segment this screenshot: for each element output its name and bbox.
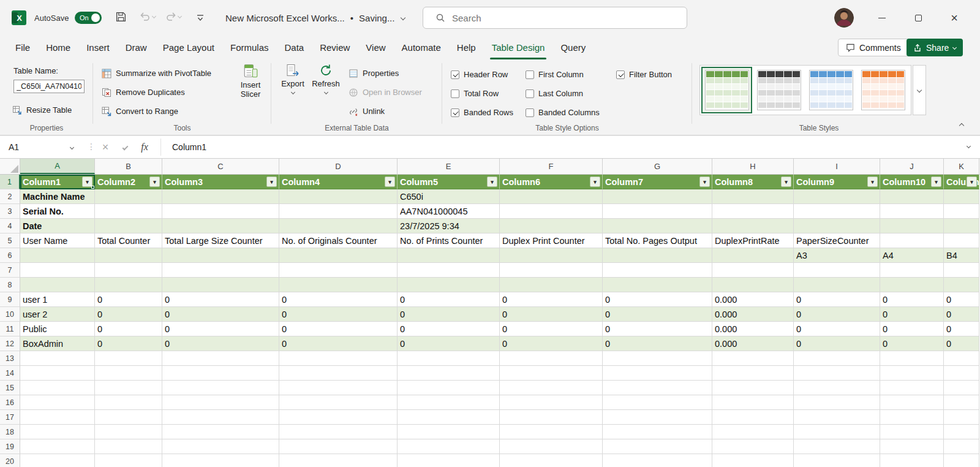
filter-button[interactable]: ▾ xyxy=(967,177,977,187)
resize-table-button[interactable]: Resize Table xyxy=(9,102,75,118)
header-cell-J1[interactable]: Column10▾ xyxy=(880,175,944,189)
save-button[interactable] xyxy=(115,11,127,23)
table-style-green[interactable] xyxy=(701,67,752,113)
cell-A2[interactable]: Machine Name xyxy=(20,189,95,204)
cell-K20[interactable] xyxy=(944,454,979,467)
cell-E12[interactable]: 0 xyxy=(398,336,500,351)
cell-A7[interactable] xyxy=(20,263,95,278)
cell-K17[interactable] xyxy=(944,410,979,425)
cell-J18[interactable] xyxy=(880,425,944,439)
cell-B4[interactable] xyxy=(95,219,162,234)
cell-A18[interactable] xyxy=(20,425,95,439)
cell-K3[interactable] xyxy=(944,204,979,219)
minimize-button[interactable] xyxy=(868,0,896,36)
cell-F17[interactable] xyxy=(500,410,603,425)
header-cell-I1[interactable]: Column9▾ xyxy=(794,175,880,189)
cell-C9[interactable]: 0 xyxy=(162,292,279,307)
cell-C2[interactable] xyxy=(162,189,279,204)
cell-B20[interactable] xyxy=(95,454,162,467)
cell-I17[interactable] xyxy=(794,410,880,425)
tab-view[interactable]: View xyxy=(358,36,393,59)
cell-D6[interactable] xyxy=(279,248,398,263)
column-header-B[interactable]: B xyxy=(95,159,162,174)
cell-G16[interactable] xyxy=(603,395,712,410)
cell-J6[interactable]: A4 xyxy=(880,248,944,263)
cell-A6[interactable] xyxy=(20,248,95,263)
cell-F14[interactable] xyxy=(500,366,603,381)
row-header-11[interactable]: 11 xyxy=(0,322,20,336)
cell-K9[interactable]: 0 xyxy=(944,292,979,307)
cell-K12[interactable]: 0 xyxy=(944,336,979,351)
filter-button[interactable]: ▾ xyxy=(781,177,791,187)
column-header-C[interactable]: C xyxy=(162,159,279,174)
header-cell-D1[interactable]: Column4▾ xyxy=(279,175,398,189)
cell-C4[interactable] xyxy=(162,219,279,234)
cell-H18[interactable] xyxy=(712,425,794,439)
cell-B3[interactable] xyxy=(95,204,162,219)
row-header-8[interactable]: 8 xyxy=(0,278,20,292)
cell-A14[interactable] xyxy=(20,366,95,381)
cell-B13[interactable] xyxy=(95,351,162,366)
cell-C19[interactable] xyxy=(162,439,279,454)
cell-H13[interactable] xyxy=(712,351,794,366)
cell-F19[interactable] xyxy=(500,439,603,454)
checkbox-filter-button[interactable]: Filter Button xyxy=(616,70,690,79)
row-header-13[interactable]: 13 xyxy=(0,351,20,366)
filter-button[interactable]: ▾ xyxy=(699,177,710,187)
cell-I7[interactable] xyxy=(794,263,880,278)
table-style-blue[interactable] xyxy=(805,67,856,113)
cell-C14[interactable] xyxy=(162,366,279,381)
cell-D16[interactable] xyxy=(279,395,398,410)
expand-formula-bar-icon[interactable] xyxy=(967,144,971,148)
document-title[interactable]: New Microsoft Excel Works... xyxy=(225,13,345,23)
tab-page-layout[interactable]: Page Layout xyxy=(155,36,222,59)
cell-J16[interactable] xyxy=(880,395,944,410)
collapse-ribbon-button[interactable] xyxy=(954,121,969,131)
cell-F16[interactable] xyxy=(500,395,603,410)
tab-home[interactable]: Home xyxy=(38,36,78,59)
cell-H10[interactable]: 0.000 xyxy=(712,307,794,322)
table-name-input[interactable] xyxy=(13,80,85,93)
cell-H19[interactable] xyxy=(712,439,794,454)
row-header-14[interactable]: 14 xyxy=(0,366,20,381)
cell-E5[interactable]: No. of Prints Counter xyxy=(398,234,500,248)
cell-J7[interactable] xyxy=(880,263,944,278)
cell-F6[interactable] xyxy=(500,248,603,263)
open-in-browser-button[interactable]: Open in Browser xyxy=(346,83,424,102)
cell-I6[interactable]: A3 xyxy=(794,248,880,263)
cell-H9[interactable]: 0.000 xyxy=(712,292,794,307)
cell-H5[interactable]: DuplexPrintRate xyxy=(712,234,794,248)
checkbox-banded-rows[interactable]: Banded Rows xyxy=(451,108,526,117)
cell-A3[interactable]: Serial No. xyxy=(20,204,95,219)
cell-K5[interactable] xyxy=(944,234,979,248)
cell-B8[interactable] xyxy=(95,278,162,292)
cell-E11[interactable]: 0 xyxy=(398,322,500,336)
cell-G11[interactable]: 0 xyxy=(603,322,712,336)
cell-K6[interactable]: B4 xyxy=(944,248,979,263)
cell-I19[interactable] xyxy=(794,439,880,454)
cell-C16[interactable] xyxy=(162,395,279,410)
row-header-20[interactable]: 20 xyxy=(0,454,20,467)
cell-E10[interactable]: 0 xyxy=(398,307,500,322)
cell-J20[interactable] xyxy=(880,454,944,467)
cell-F5[interactable]: Duplex Print Counter xyxy=(500,234,603,248)
tab-draw[interactable]: Draw xyxy=(118,36,155,59)
cell-H16[interactable] xyxy=(712,395,794,410)
column-header-H[interactable]: H xyxy=(712,159,794,174)
cell-G5[interactable]: Total No. Pages Output xyxy=(603,234,712,248)
cell-C13[interactable] xyxy=(162,351,279,366)
cell-B6[interactable] xyxy=(95,248,162,263)
cell-B10[interactable]: 0 xyxy=(95,307,162,322)
cell-F9[interactable]: 0 xyxy=(500,292,603,307)
cell-C10[interactable]: 0 xyxy=(162,307,279,322)
autosave-toggle[interactable]: On xyxy=(75,12,102,24)
cell-G2[interactable] xyxy=(603,189,712,204)
cell-J4[interactable] xyxy=(880,219,944,234)
formula-input[interactable]: Column1 xyxy=(160,139,956,156)
close-button[interactable]: × xyxy=(940,0,968,36)
cell-C8[interactable] xyxy=(162,278,279,292)
cell-C11[interactable]: 0 xyxy=(162,322,279,336)
cell-J15[interactable] xyxy=(880,381,944,395)
row-header-9[interactable]: 9 xyxy=(0,292,20,307)
cell-K15[interactable] xyxy=(944,381,979,395)
